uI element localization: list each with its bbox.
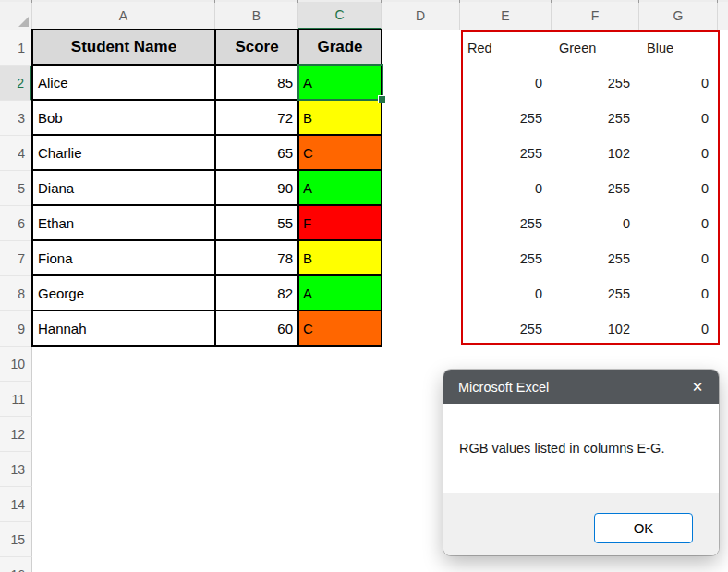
- dialog-titlebar[interactable]: Microsoft Excel ✕: [443, 370, 719, 404]
- cell-c6[interactable]: F: [298, 205, 382, 240]
- cell-e9[interactable]: 255: [460, 311, 552, 347]
- dialog-footer: OK: [443, 493, 719, 555]
- column-header-b[interactable]: B: [215, 2, 298, 30]
- cell-b5[interactable]: 90: [215, 170, 298, 205]
- row-header-12[interactable]: 12: [0, 417, 32, 452]
- cell-f1[interactable]: Green: [552, 30, 639, 66]
- cell-f5[interactable]: 255: [552, 171, 639, 206]
- cell-e6[interactable]: 255: [460, 206, 552, 241]
- cell-e2[interactable]: 0: [460, 66, 552, 101]
- cell-g1[interactable]: Blue: [639, 30, 718, 66]
- cell-c7[interactable]: B: [298, 240, 382, 275]
- cell-b1[interactable]: Score: [215, 30, 298, 65]
- cell-g3[interactable]: 0: [639, 101, 718, 136]
- cell-a2[interactable]: Alice: [32, 65, 215, 100]
- cell-f3[interactable]: 255: [552, 101, 639, 136]
- column-boundary-tick: [717, 0, 718, 3]
- row-header-16[interactable]: 16: [0, 557, 32, 572]
- cell-f7[interactable]: 255: [552, 241, 639, 276]
- row-headers: 12345678910111213141516: [0, 30, 32, 572]
- column-header-g[interactable]: G: [639, 2, 718, 30]
- cell-f2[interactable]: 255: [552, 66, 639, 101]
- row-header-9[interactable]: 9: [0, 311, 32, 347]
- ok-button[interactable]: OK: [594, 513, 693, 543]
- select-all-triangle-icon: [18, 17, 29, 27]
- cell-b4[interactable]: 65: [215, 135, 298, 170]
- cell-f6[interactable]: 0: [552, 206, 639, 241]
- cell-e4[interactable]: 255: [460, 136, 552, 171]
- cell-g5[interactable]: 0: [639, 171, 718, 206]
- column-boundary-tick: [381, 0, 382, 3]
- row-header-13[interactable]: 13: [0, 452, 32, 487]
- cell-c9[interactable]: C: [298, 310, 382, 346]
- cell-c1[interactable]: Grade: [298, 30, 382, 65]
- cell-e1[interactable]: Red: [460, 30, 552, 66]
- cell-e7[interactable]: 255: [460, 241, 552, 276]
- cell-b8[interactable]: 82: [215, 275, 298, 310]
- column-header-partial: [718, 2, 728, 30]
- cell-g4[interactable]: 0: [639, 136, 718, 171]
- spreadsheet: ABCDEFG 12345678910111213141516 Student …: [0, 0, 728, 572]
- cell-e3[interactable]: 255: [460, 101, 552, 136]
- column-boundary-tick: [459, 0, 460, 3]
- column-boundary-tick: [638, 0, 639, 3]
- cell-a7[interactable]: Fiona: [32, 240, 215, 275]
- row-header-6[interactable]: 6: [0, 206, 32, 241]
- cell-g2[interactable]: 0: [639, 66, 718, 101]
- row-header-8[interactable]: 8: [0, 276, 32, 311]
- row-header-11[interactable]: 11: [0, 382, 32, 417]
- column-header-a[interactable]: A: [32, 2, 215, 30]
- row-header-2[interactable]: 2: [0, 66, 32, 101]
- row-header-3[interactable]: 3: [0, 101, 32, 136]
- cell-c5[interactable]: A: [298, 170, 382, 205]
- row-header-1[interactable]: 1: [0, 30, 32, 66]
- rgb-values-region: RedGreenBlue0255025525502551020025502550…: [460, 30, 718, 347]
- cell-a3[interactable]: Bob: [32, 100, 215, 135]
- column-boundary-tick: [297, 0, 298, 3]
- cell-g9[interactable]: 0: [639, 311, 718, 347]
- cell-a8[interactable]: George: [32, 275, 215, 310]
- column-header-c[interactable]: C: [298, 2, 382, 30]
- cell-e8[interactable]: 0: [460, 276, 552, 311]
- cell-f8[interactable]: 255: [552, 276, 639, 311]
- cell-e5[interactable]: 0: [460, 171, 552, 206]
- student-grade-table: Student NameScoreGradeAlice85ABob72BChar…: [31, 29, 382, 347]
- row-header-14[interactable]: 14: [0, 487, 32, 522]
- row-header-4[interactable]: 4: [0, 136, 32, 171]
- cell-b2[interactable]: 85: [215, 65, 298, 100]
- cell-a5[interactable]: Diana: [32, 170, 215, 205]
- cell-c3[interactable]: B: [298, 100, 382, 135]
- cell-f9[interactable]: 102: [552, 311, 639, 347]
- row-header-7[interactable]: 7: [0, 241, 32, 276]
- cell-b6[interactable]: 55: [215, 205, 298, 240]
- column-boundary-tick: [214, 0, 215, 3]
- row-header-5[interactable]: 5: [0, 171, 32, 206]
- column-header-d[interactable]: D: [382, 2, 460, 30]
- row-header-15[interactable]: 15: [0, 522, 32, 557]
- column-header-f[interactable]: F: [552, 2, 639, 30]
- cell-f4[interactable]: 102: [552, 136, 639, 171]
- cell-b3[interactable]: 72: [215, 100, 298, 135]
- cell-c4[interactable]: C: [298, 135, 382, 170]
- select-all-corner[interactable]: [0, 2, 32, 30]
- cell-b7[interactable]: 78: [215, 240, 298, 275]
- dialog-title: Microsoft Excel: [458, 380, 676, 395]
- cell-a1[interactable]: Student Name: [32, 30, 215, 65]
- cell-g6[interactable]: 0: [639, 206, 718, 241]
- column-boundary-tick: [551, 0, 552, 3]
- dialog-body: RGB values listed in columns E-G.: [443, 404, 719, 493]
- cell-a4[interactable]: Charlie: [32, 135, 215, 170]
- cell-c8[interactable]: A: [298, 275, 382, 310]
- cell-g8[interactable]: 0: [639, 276, 718, 311]
- column-header-e[interactable]: E: [460, 2, 552, 30]
- close-icon[interactable]: ✕: [676, 370, 719, 404]
- cell-b9[interactable]: 60: [215, 310, 298, 346]
- cell-a9[interactable]: Hannah: [32, 310, 215, 346]
- cell-a6[interactable]: Ethan: [32, 205, 215, 240]
- excel-message-dialog: Microsoft Excel ✕ RGB values listed in c…: [443, 370, 719, 555]
- column-headers: ABCDEFG: [0, 0, 728, 30]
- cell-c2[interactable]: A: [298, 65, 382, 100]
- cell-g7[interactable]: 0: [639, 241, 718, 276]
- dialog-message: RGB values listed in columns E-G.: [459, 441, 664, 456]
- row-header-10[interactable]: 10: [0, 347, 32, 382]
